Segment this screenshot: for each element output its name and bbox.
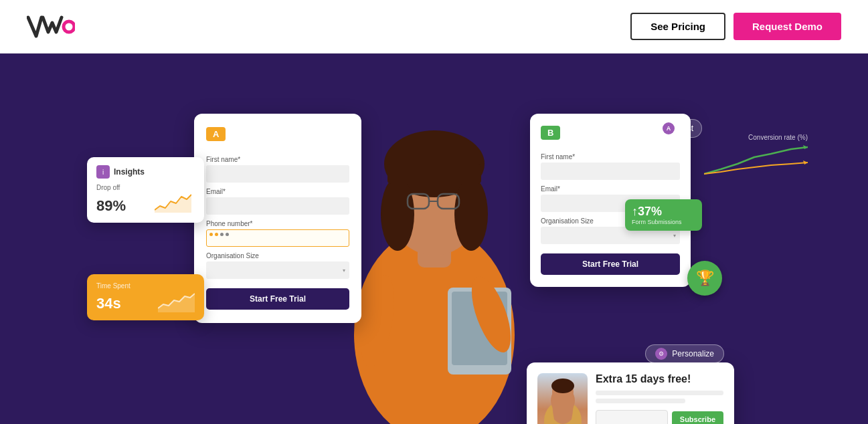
time-spent-label: Time Spent (96, 282, 195, 290)
header: See Pricing Request Demo (0, 0, 868, 54)
form-a-email-input[interactable] (206, 197, 349, 215)
form-a-firstname-input[interactable] (206, 165, 349, 183)
chevron-down-icon: ▾ (343, 268, 345, 274)
form-a-email-label: Email* (206, 188, 349, 195)
drop-off-value: 89% (96, 197, 126, 215)
form-b-email-label: Email* (541, 185, 680, 193)
phone-dot-1 (209, 233, 213, 236)
drop-off-label: Drop off (96, 184, 195, 191)
logo (27, 12, 75, 41)
time-sparkline (158, 291, 195, 312)
conversion-pct: ↑37% (632, 205, 695, 219)
form-b-firstname-input[interactable] (541, 163, 680, 180)
offer-content: Extra 15 days free! Subscribe (596, 373, 723, 424)
test-badge: A Test (654, 119, 702, 138)
personalize-icon: ⚙ (655, 348, 667, 360)
variant-a-badge: A (206, 127, 226, 141)
logo-svg (27, 12, 75, 41)
personalize-offer-card: Extra 15 days free! Subscribe (527, 362, 734, 424)
see-pricing-button[interactable]: See Pricing (630, 13, 725, 40)
offer-line-1 (596, 391, 723, 395)
form-a-org-label: Organisation Size (206, 252, 349, 259)
personalize-label: Personalize (672, 349, 714, 358)
form-a-phone-label: Phone number* (206, 220, 349, 227)
insights-header: i Insights (96, 165, 195, 179)
form-a-start-trial-button[interactable]: Start Free Trial (206, 288, 349, 310)
offer-title: Extra 15 days free! (596, 373, 723, 385)
personalize-badge: ⚙ Personalize (645, 344, 724, 363)
conversion-badge: ↑37% Form Submissions (625, 199, 702, 231)
phone-dot-2 (215, 233, 218, 236)
request-demo-button[interactable]: Request Demo (733, 13, 841, 40)
drop-off-chart (155, 191, 195, 215)
sparkline-svg (155, 191, 191, 213)
conversion-chart-area: Conversion rate (%) (704, 134, 808, 183)
insights-icon-symbol: i (102, 169, 104, 176)
insights-icon: i (96, 165, 110, 179)
svg-point-0 (64, 21, 74, 32)
header-actions: See Pricing Request Demo (630, 13, 841, 40)
time-spent-card: Time Spent 34s (87, 274, 204, 320)
insights-title: Insights (114, 167, 145, 177)
conversion-sub: Form Submissions (632, 219, 695, 225)
offer-line-2 (596, 399, 685, 403)
phone-dot-4 (226, 233, 229, 236)
subscribe-row: Subscribe (596, 410, 723, 424)
form-b-start-trial-button[interactable]: Start Free Trial (541, 253, 680, 275)
person-mini-image (537, 373, 588, 424)
svg-point-20 (551, 379, 574, 393)
mini-person-svg (539, 374, 586, 424)
conversion-label: Conversion rate (%) (704, 134, 808, 141)
trophy-badge: 🏆 (687, 261, 722, 296)
subscribe-button[interactable]: Subscribe (672, 411, 723, 424)
form-a-firstname-label: First name* (206, 156, 349, 163)
form-b-chevron-icon: ▾ (673, 233, 676, 239)
phone-dot-3 (220, 233, 224, 236)
form-a-phone-input[interactable] (206, 229, 349, 247)
form-a-org-select[interactable]: ▾ (206, 261, 349, 279)
svg-point-5 (381, 177, 414, 251)
test-badge-icon: A (663, 122, 675, 134)
time-spent-value: 34s (96, 295, 121, 312)
svg-marker-16 (803, 161, 808, 165)
svg-marker-15 (803, 145, 808, 149)
form-b-firstname-label: First name* (541, 153, 680, 161)
svg-rect-7 (387, 164, 481, 184)
form-a-card: A First name* Email* Phone number* Organ… (194, 114, 361, 323)
phone-dots (207, 230, 349, 239)
subscribe-email-input[interactable] (596, 410, 668, 424)
variant-b-badge: B (541, 126, 560, 140)
insights-card: i Insights Drop off 89% (87, 157, 204, 223)
svg-point-6 (454, 177, 488, 251)
main-area: i Insights Drop off 89% Time Spent 34s (0, 54, 868, 424)
test-badge-label: Test (679, 124, 693, 133)
drop-off-metric: 89% (96, 191, 195, 215)
conversion-chart-svg (704, 144, 808, 181)
